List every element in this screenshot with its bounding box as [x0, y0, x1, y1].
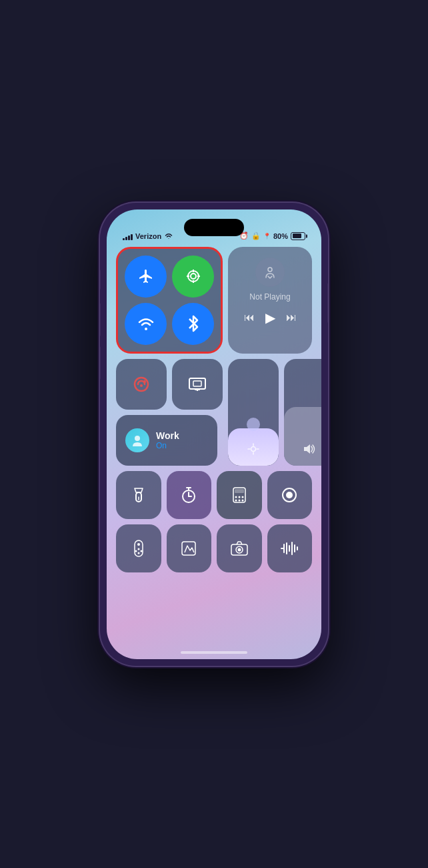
timer-button[interactable] — [167, 471, 212, 519]
location-icon: 📍 — [263, 233, 271, 240]
rotation-lock-icon: 🔒 — [251, 232, 261, 240]
svg-point-43 — [140, 550, 142, 552]
home-indicator — [181, 651, 247, 654]
media-controls: ⏮ ▶ ⏭ — [244, 310, 297, 326]
screen-mirror-button[interactable] — [172, 359, 223, 410]
battery-fill — [293, 234, 302, 238]
dynamic-island — [184, 219, 244, 236]
svg-point-35 — [241, 499, 243, 501]
middle-section: Work On — [116, 359, 312, 466]
svg-point-33 — [235, 499, 237, 501]
fast-forward-button[interactable]: ⏭ — [286, 312, 297, 324]
screen-lock-button[interactable] — [116, 359, 167, 410]
focus-avatar — [125, 428, 149, 452]
signal-bar-3 — [128, 236, 130, 240]
battery-icon — [291, 232, 305, 240]
volume-slider[interactable] — [284, 359, 321, 466]
camera-button[interactable] — [217, 524, 262, 572]
signal-bar-2 — [125, 237, 127, 240]
svg-point-41 — [137, 552, 139, 554]
left-column: Work On — [116, 359, 223, 466]
sound-recognition-button[interactable] — [267, 524, 313, 572]
flashlight-button[interactable] — [116, 471, 161, 519]
svg-point-37 — [286, 492, 293, 498]
svg-point-30 — [235, 496, 237, 498]
markup-button[interactable] — [167, 524, 212, 572]
record-button[interactable] — [267, 471, 313, 519]
svg-point-6 — [145, 328, 147, 330]
svg-rect-10 — [189, 378, 205, 389]
calculator-button[interactable] — [217, 471, 262, 519]
top-row: Not Playing ⏮ ▶ ⏭ — [116, 247, 312, 354]
bottom-grid-row1 — [116, 471, 312, 519]
svg-point-47 — [237, 548, 241, 551]
signal-bar-4 — [131, 234, 133, 240]
focus-mode-button[interactable]: Work On — [116, 415, 217, 466]
svg-point-31 — [238, 496, 240, 498]
brightness-icon — [247, 443, 259, 458]
volume-down-button[interactable] — [100, 346, 101, 380]
focus-subtitle: On — [156, 441, 179, 450]
status-right: ⏰ 🔒 📍 80% — [239, 232, 305, 240]
airdrop-icon — [255, 258, 285, 287]
media-player[interactable]: Not Playing ⏮ ▶ ⏭ — [228, 247, 312, 354]
svg-point-7 — [268, 268, 272, 272]
connectivity-group — [116, 247, 223, 354]
media-status: Not Playing — [249, 292, 290, 302]
svg-point-15 — [251, 446, 256, 451]
signal-bar-1 — [123, 238, 125, 240]
battery-percent: 80% — [273, 232, 288, 240]
power-button[interactable] — [327, 283, 328, 323]
play-button[interactable]: ▶ — [265, 310, 275, 326]
svg-point-14 — [135, 436, 140, 441]
svg-point-32 — [241, 496, 243, 498]
wifi-button[interactable] — [125, 303, 167, 345]
bluetooth-button[interactable] — [172, 303, 214, 345]
svg-rect-11 — [193, 381, 201, 386]
remote-button[interactable] — [116, 524, 161, 572]
svg-point-42 — [135, 550, 137, 552]
svg-point-40 — [137, 548, 139, 550]
volume-up-button[interactable] — [100, 303, 101, 336]
svg-point-0 — [188, 271, 199, 282]
svg-point-1 — [191, 274, 196, 279]
signal-bars — [123, 232, 133, 240]
cellular-button[interactable] — [172, 256, 214, 298]
svg-point-39 — [137, 543, 140, 546]
volume-icon — [303, 443, 316, 458]
phone-screen: Verizon ⏰ 🔒 📍 80% — [107, 209, 321, 659]
small-buttons-row — [116, 359, 223, 410]
airplane-mode-button[interactable] — [125, 256, 167, 298]
bottom-grid-row2 — [116, 524, 312, 572]
sliders-row — [228, 359, 321, 466]
carrier-name: Verizon — [135, 232, 161, 240]
svg-rect-29 — [235, 489, 244, 493]
battery-container — [291, 232, 305, 240]
silent-switch[interactable] — [100, 270, 101, 290]
svg-marker-20 — [304, 444, 310, 454]
svg-point-34 — [238, 499, 240, 501]
wifi-status-icon — [164, 232, 173, 241]
control-center: Not Playing ⏮ ▶ ⏭ — [116, 247, 312, 646]
rewind-button[interactable]: ⏮ — [244, 312, 255, 324]
focus-text: Work On — [156, 430, 179, 450]
svg-point-9 — [140, 384, 143, 387]
focus-title: Work — [156, 430, 179, 441]
phone-device: Verizon ⏰ 🔒 📍 80% — [100, 203, 328, 666]
status-left: Verizon — [123, 232, 173, 241]
brightness-slider[interactable] — [228, 359, 279, 466]
